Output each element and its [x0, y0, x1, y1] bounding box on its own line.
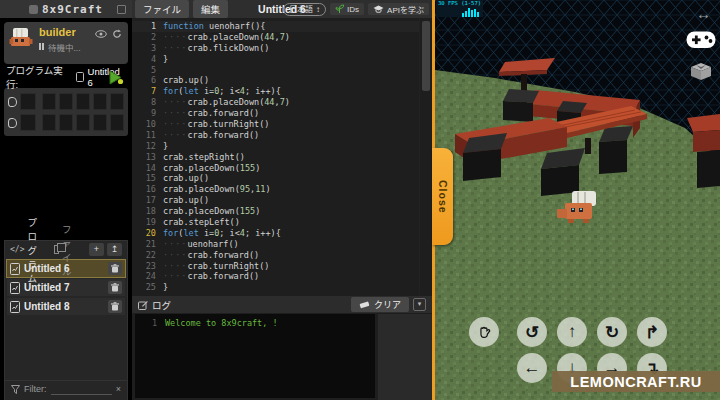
file-item[interactable]: Untitled 7 [7, 279, 125, 296]
code-line[interactable]: 17crab.up() [132, 195, 420, 206]
code-line[interactable]: 18crab.placeDown(155) [132, 206, 420, 217]
log-header: ログ クリア ▾ [132, 296, 432, 313]
user-name: builder [39, 26, 81, 38]
code-line[interactable]: 7for(let i=0; i<4; i++){ [132, 86, 420, 97]
upload-program-button[interactable]: ↥ [107, 243, 122, 256]
code-line[interactable]: 5 [132, 65, 420, 76]
fps-text: 30 FPS (1-57) [438, 0, 481, 6]
code-line[interactable]: 22····crab.forward() [132, 250, 420, 261]
menu-file-button[interactable]: ファイル [135, 0, 189, 18]
code-line[interactable]: 20for(let i=0; i<4; i++){ [132, 228, 420, 239]
game-view[interactable]: 30 FPS (1-57) Close ↔ ↺↑↻↱ [432, 0, 720, 400]
code-line[interactable]: 12} [132, 141, 420, 152]
code-line[interactable]: 23····crab.turnRight() [132, 261, 420, 272]
language-select[interactable]: 日本語 ↕ [283, 3, 326, 16]
code-line[interactable]: 8····crab.placeDown(44,7) [132, 97, 420, 108]
pause-icon [39, 42, 45, 52]
file-name: Untitled 6 [24, 263, 70, 274]
code-line[interactable]: 9····crab.forward() [132, 108, 420, 119]
gamepad-icon[interactable] [686, 30, 716, 50]
inventory-slot[interactable] [110, 93, 124, 110]
clear-log-button[interactable]: クリア [351, 297, 409, 312]
line-number: 1 [132, 21, 163, 32]
held-item-icon [8, 97, 17, 107]
clear-filter-button[interactable]: × [116, 384, 121, 394]
line-number: 24 [132, 271, 163, 282]
files-panel: </> プログラム ファイル + ↥ Untitled 6Untitled 7U… [4, 240, 128, 400]
add-program-button[interactable]: + [89, 243, 104, 256]
refresh-icon[interactable] [112, 29, 122, 39]
code-line[interactable]: 13crab.stepRight() [132, 152, 420, 163]
code-line[interactable]: 10····crab.turnRight() [132, 119, 420, 130]
inventory-slot[interactable] [42, 114, 56, 131]
code-line[interactable]: 15crab.up() [132, 173, 420, 184]
menu-edit-button[interactable]: 編集 [193, 0, 228, 18]
control-pan-button[interactable] [469, 317, 499, 347]
control-rotate-cw-button[interactable]: ↻ [597, 317, 627, 347]
inventory-slot[interactable] [59, 114, 73, 131]
inventory-slot[interactable] [42, 93, 56, 110]
code-line[interactable]: 6crab.up() [132, 75, 420, 86]
control-turn-up-right-button[interactable]: ↱ [637, 317, 667, 347]
resize-horizontal-icon[interactable]: ↔ [696, 5, 711, 22]
line-number: 3 [132, 43, 163, 54]
code-line[interactable]: 24····crab.forward() [132, 271, 420, 282]
line-number: 10 [132, 119, 163, 130]
delete-file-button[interactable] [108, 300, 122, 313]
inventory-slot[interactable] [93, 114, 107, 131]
inventory-slot[interactable] [76, 93, 90, 110]
code-line[interactable]: 19crab.stepLeft() [132, 217, 420, 228]
eye-icon[interactable] [95, 30, 107, 38]
inventory-slot[interactable] [93, 93, 107, 110]
filter-input[interactable] [51, 384, 112, 395]
control-move-left-button[interactable]: ← [517, 353, 547, 383]
hand-slot[interactable] [20, 114, 37, 131]
inventory-panel [4, 88, 128, 136]
inventory-slot[interactable] [59, 93, 73, 110]
code-line[interactable]: 4} [132, 54, 420, 65]
inventory-slot[interactable] [76, 114, 90, 131]
run-program-button[interactable] [109, 70, 124, 85]
learn-api-button[interactable]: APIを学ぶ [368, 3, 429, 15]
fps-graph [436, 7, 483, 17]
code-line[interactable]: 21····uenoharf() [132, 239, 420, 250]
code-line[interactable]: 1function uenoharf(){ [132, 21, 420, 32]
package-box-icon[interactable] [688, 60, 714, 81]
control-rotate-ccw-button[interactable]: ↺ [517, 317, 547, 347]
line-number: 6 [132, 75, 163, 86]
file-name: Untitled 8 [24, 301, 70, 312]
delete-file-button[interactable] [108, 281, 122, 294]
line-number: 19 [132, 217, 163, 228]
code-line[interactable]: 16crab.placeDown(95,11) [132, 184, 420, 195]
log-side-gutter [378, 314, 432, 400]
move-up-icon: ↑ [568, 322, 577, 342]
control-move-up-button[interactable]: ↑ [557, 317, 587, 347]
code-line[interactable]: 2····crab.placeDown(44,7) [132, 32, 420, 43]
scrollbar-thumb[interactable] [422, 21, 430, 91]
rotate-cw-icon: ↻ [605, 322, 619, 343]
inventory-slot[interactable] [110, 114, 124, 131]
delete-file-button[interactable] [108, 262, 122, 275]
doc-icon [10, 301, 20, 313]
updown-arrow-icon: ↕ [316, 4, 320, 15]
ids-button[interactable]: IDs [330, 3, 364, 15]
hand-slot[interactable] [20, 93, 37, 110]
close-panel-tab[interactable]: Close [432, 148, 453, 245]
doc-icon [10, 282, 20, 294]
popout-icon[interactable] [117, 5, 126, 14]
line-number: 13 [132, 152, 163, 163]
code-line[interactable]: 25} [132, 282, 420, 293]
file-item[interactable]: Untitled 8 [7, 298, 125, 315]
code-line[interactable]: 14crab.placeDown(155) [132, 163, 420, 174]
edit-log-icon [138, 300, 148, 310]
editor-scrollbar[interactable] [419, 18, 432, 295]
code-lines[interactable]: 1function uenoharf(){2····crab.placeDown… [132, 18, 420, 298]
code-line[interactable]: 11····crab.forward() [132, 130, 420, 141]
log-title: ログ [152, 298, 171, 312]
code-line[interactable]: 3····crab.flickDown() [132, 43, 420, 54]
file-name: Untitled 7 [24, 282, 70, 293]
fps-meter[interactable]: 30 FPS (1-57) [436, 0, 483, 17]
collapse-log-button[interactable]: ▾ [413, 298, 426, 311]
log-output[interactable]: 1Welcome to 8x9craft, ! [135, 314, 375, 398]
filter-row: Filter: × [5, 380, 127, 397]
